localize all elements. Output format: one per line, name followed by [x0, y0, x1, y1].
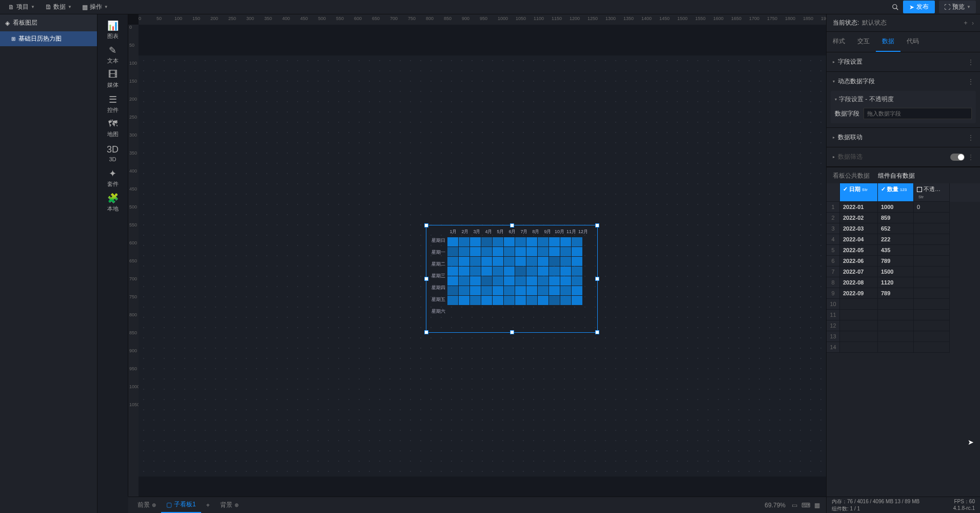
section-dynamic-fields-head[interactable]: ▾ 动态数据字段 ⋮	[827, 72, 980, 91]
grid-icon: ▦	[82, 4, 88, 11]
palette-3D[interactable]: 3D3D	[101, 141, 125, 165]
section-data-filter-head[interactable]: ▸ 数据筛选 ⋮	[827, 147, 980, 166]
table-row[interactable]: 42022-04222	[827, 234, 980, 245]
table-row[interactable]: 52022-05435	[827, 245, 980, 256]
data-field-input[interactable]	[864, 108, 972, 119]
table-row[interactable]: 10	[827, 299, 980, 310]
selected-component[interactable]: 1月2月3月4月5月6月7月8月9月10月11月12月 星期日星期一星期二星期三…	[426, 225, 598, 333]
resize-handle-n[interactable]	[510, 223, 514, 227]
palette-地图[interactable]: 🗺地图	[101, 116, 125, 141]
table-row[interactable]: 12	[827, 320, 980, 331]
preview-button[interactable]: ⛶ 预览 ▼	[939, 1, 976, 13]
tab-background[interactable]: 背景 ⊕	[215, 498, 244, 512]
palette-icon: 3D	[107, 144, 119, 155]
top-menu-bar: 🗎 项目 ▼ 🖺 数据 ▼ ▦ 操作 ▼ ➤ 发布 ⛶ 预览 ▼	[0, 0, 980, 14]
menu-project[interactable]: 🗎 项目 ▼	[4, 1, 39, 13]
chevron-right-icon[interactable]: ›	[972, 20, 974, 27]
palette-套件[interactable]: ✦套件	[101, 165, 125, 190]
tab-样式[interactable]: 样式	[827, 32, 851, 52]
chevron-down-icon: ▼	[104, 5, 108, 9]
filter-toggle[interactable]	[950, 154, 965, 161]
tab-数据[interactable]: 数据	[876, 32, 900, 52]
palette-label: 地图	[107, 130, 119, 138]
canvas-board[interactable]: 1月2月3月4月5月6月7月8月9月10月11月12月 星期日星期一星期二星期三…	[139, 55, 826, 477]
resize-handle-s[interactable]	[510, 330, 514, 334]
caret-down-icon: ▾	[833, 79, 835, 84]
caret-down-icon: ▾	[835, 97, 837, 102]
table-row[interactable]: 11	[827, 310, 980, 320]
svg-point-0	[893, 5, 897, 9]
layer-panel: ◈ 看板图层 ⊞ 基础日历热力图	[0, 14, 97, 513]
resize-handle-sw[interactable]	[424, 330, 428, 334]
grid-toggle-icon[interactable]: ▦	[812, 502, 822, 509]
table-row[interactable]: 72022-071500	[827, 267, 980, 277]
palette-控件[interactable]: ☰控件	[101, 91, 125, 116]
caret-right-icon: ▸	[833, 155, 835, 159]
table-row[interactable]: 13	[827, 331, 980, 342]
palette-本地[interactable]: 🧩本地	[101, 190, 125, 215]
palette-媒体[interactable]: 🎞媒体	[101, 67, 125, 91]
resize-handle-w[interactable]	[424, 277, 428, 281]
file-icon: 🗎	[8, 4, 14, 11]
tab-交互[interactable]: 交互	[851, 32, 876, 52]
layer-panel-title: ◈ 看板图层	[0, 14, 97, 31]
table-row[interactable]: 14	[827, 342, 980, 353]
palette-label: 套件	[107, 180, 119, 188]
add-tab-button[interactable]: +	[201, 499, 215, 512]
palette-文本[interactable]: ✎文本	[101, 42, 125, 67]
search-icon[interactable]	[892, 3, 899, 11]
more-icon[interactable]: ⋮	[968, 154, 974, 161]
zoom-level[interactable]: 69.79%	[765, 502, 786, 509]
resize-handle-ne[interactable]	[595, 223, 599, 227]
state-value[interactable]: 默认状态	[862, 18, 887, 27]
col-date[interactable]: ✓ 日期Str	[840, 183, 878, 202]
preview-label: 预览	[952, 3, 965, 11]
table-row[interactable]: 62022-06789	[827, 256, 980, 267]
section-field-settings-head[interactable]: ▸ 字段设置 ⋮	[827, 52, 980, 71]
keyboard-icon[interactable]: ⌨	[799, 502, 812, 509]
palette-label: 媒体	[107, 81, 119, 89]
section-title: 数据联动	[838, 133, 863, 142]
tab-代码[interactable]: 代码	[900, 32, 925, 52]
table-row[interactable]: 82022-081120	[827, 277, 980, 288]
menu-data[interactable]: 🖺 数据 ▼	[41, 1, 76, 13]
layer-item[interactable]: ⊞ 基础日历热力图	[0, 31, 97, 46]
resize-handle-se[interactable]	[595, 330, 599, 334]
section-data-link-head[interactable]: ▸ 数据联动 ⋮	[827, 128, 980, 147]
col-count[interactable]: ✓ 数量123	[878, 183, 914, 202]
tab-subboard[interactable]: ▢ 子看板1	[161, 497, 201, 513]
plus-circle-icon[interactable]: ⊕	[152, 502, 156, 508]
opacity-field-group: ▾ 字段设置 - 不透明度 数据字段	[831, 91, 976, 123]
dg-tab[interactable]: 组件自有数据	[878, 172, 915, 180]
col-opacity[interactable]: 不透…Str	[914, 183, 950, 202]
section-title: 动态数据字段	[838, 77, 875, 86]
table-row[interactable]: 32022-03652	[827, 223, 980, 234]
table-row[interactable]: 12022-0110000	[827, 202, 980, 213]
resize-handle-nw[interactable]	[424, 223, 428, 227]
table-row[interactable]: 92022-09789	[827, 288, 980, 299]
more-icon[interactable]: ⋮	[968, 78, 974, 85]
field-label: 数据字段	[835, 109, 859, 118]
tab-label: 前景	[138, 501, 150, 509]
more-icon[interactable]: ⋮	[968, 59, 974, 66]
data-grid-tabs: 看板公共数据组件自有数据	[827, 167, 980, 183]
table-row[interactable]: 22022-02859	[827, 213, 980, 223]
publish-button[interactable]: ➤ 发布	[903, 1, 935, 13]
caret-right-icon: ▸	[833, 60, 835, 64]
canvas-area[interactable]: 0501001502002503003504004505005506006507…	[128, 14, 826, 497]
plus-icon[interactable]: ＋	[963, 18, 969, 27]
palette-图表[interactable]: 📊图表	[101, 17, 125, 42]
resize-handle-e[interactable]	[595, 277, 599, 281]
palette-icon: 🎞	[108, 69, 117, 80]
section-data-link: ▸ 数据联动 ⋮	[827, 128, 980, 147]
fit-icon[interactable]: ▭	[790, 502, 799, 509]
heatmap-grid	[447, 237, 582, 317]
data-grid-body: 12022-011000022022-0285932022-0365242022…	[827, 202, 980, 353]
more-icon[interactable]: ⋮	[968, 134, 974, 141]
menu-project-label: 项目	[16, 3, 29, 11]
tab-foreground[interactable]: 前景 ⊕	[132, 498, 161, 512]
canvas-viewport[interactable]: 1月2月3月4月5月6月7月8月9月10月11月12月 星期日星期一星期二星期三…	[139, 25, 826, 497]
dg-tab[interactable]: 看板公共数据	[833, 172, 870, 180]
plus-circle-icon[interactable]: ⊕	[234, 502, 239, 508]
menu-action[interactable]: ▦ 操作 ▼	[78, 1, 112, 13]
